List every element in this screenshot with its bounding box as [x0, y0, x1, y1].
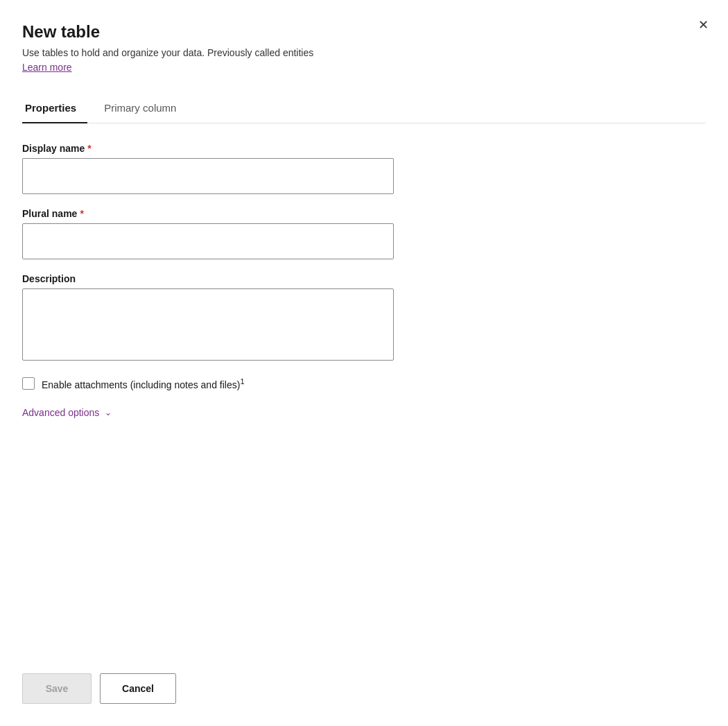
chevron-down-icon: ⌄ — [105, 408, 112, 417]
learn-more-link[interactable]: Learn more — [22, 62, 72, 73]
display-name-field-group: Display name * — [22, 143, 706, 194]
form-content: Display name * Plural name * Description… — [22, 143, 706, 726]
dialog-footer: Save Cancel — [22, 659, 176, 726]
checkbox-superscript: 1 — [240, 377, 244, 386]
plural-name-field-group: Plural name * — [22, 208, 706, 259]
dialog-subtitle: Use tables to hold and organize your dat… — [22, 47, 706, 58]
display-name-required: * — [87, 143, 91, 154]
attachments-label[interactable]: Enable attachments (including notes and … — [42, 377, 245, 390]
tab-properties[interactable]: Properties — [22, 95, 87, 123]
close-icon: ✕ — [698, 17, 709, 33]
cancel-button[interactable]: Cancel — [100, 673, 176, 704]
description-input[interactable] — [22, 288, 394, 361]
attachments-checkbox[interactable] — [22, 377, 35, 390]
tabs-container: Properties Primary column — [22, 95, 706, 123]
tab-primary-column[interactable]: Primary column — [101, 95, 187, 123]
new-table-dialog: ✕ New table Use tables to hold and organ… — [0, 0, 728, 726]
plural-name-required: * — [80, 208, 83, 219]
advanced-options-toggle[interactable]: Advanced options ⌄ — [22, 407, 706, 418]
plural-name-input[interactable] — [22, 223, 394, 259]
close-button[interactable]: ✕ — [692, 14, 714, 36]
description-field-group: Description — [22, 273, 706, 363]
save-button[interactable]: Save — [22, 673, 92, 704]
display-name-input[interactable] — [22, 158, 394, 194]
display-name-label: Display name * — [22, 143, 706, 154]
dialog-header: New table Use tables to hold and organiz… — [22, 22, 706, 89]
attachments-checkbox-group: Enable attachments (including notes and … — [22, 377, 706, 390]
dialog-title: New table — [22, 22, 706, 42]
plural-name-label: Plural name * — [22, 208, 706, 219]
description-label: Description — [22, 273, 706, 284]
